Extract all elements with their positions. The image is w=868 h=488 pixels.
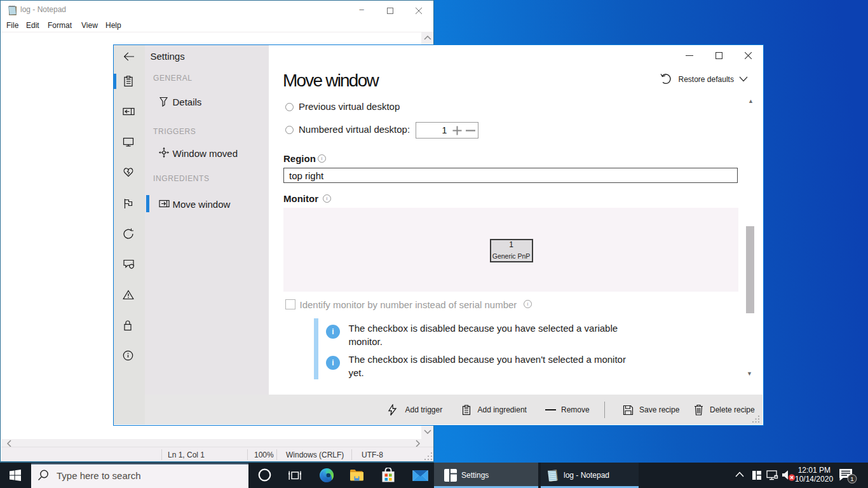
svg-text:1: 1 <box>850 475 853 482</box>
